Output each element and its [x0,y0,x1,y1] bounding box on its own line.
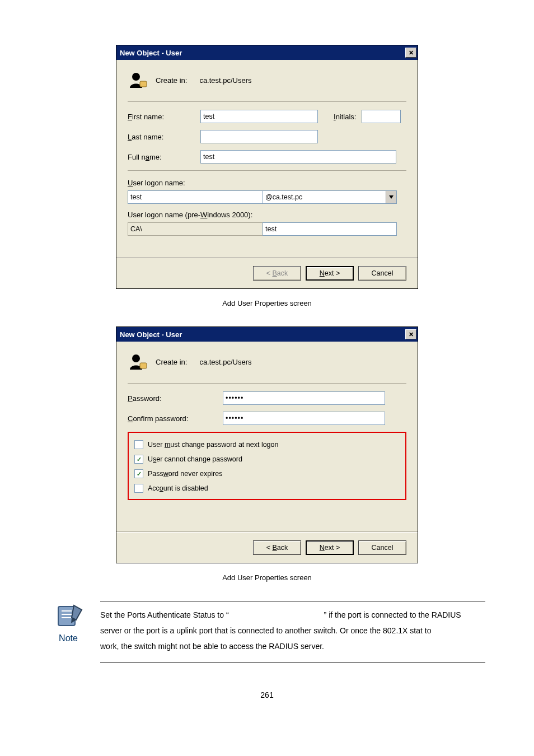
note-icon: Note [49,601,88,643]
create-in-label: Create in: [156,358,187,366]
back-button: < Back [253,266,301,281]
checkbox-disabled[interactable] [134,484,143,493]
svg-rect-3 [140,363,147,368]
full-name-input[interactable] [200,150,396,164]
checkbox-must-change[interactable] [134,440,143,449]
figure-caption-1: Add User Properties screen [0,299,534,307]
checkbox-cannot-change[interactable] [134,455,143,464]
opt-never-expires-label: Password never expires [148,470,222,478]
svg-point-2 [132,354,140,362]
first-name-label: First name: [128,113,200,121]
titlebar: New Object - User ✕ [116,327,418,342]
figure-caption-2: Add User Properties screen [0,573,534,582]
cancel-button[interactable]: Cancel [358,540,406,555]
new-user-dialog-1: New Object - User ✕ Create in: ca.test.p… [116,45,418,289]
dialog-title: New Object - User [120,49,405,57]
user-logon-name-input[interactable] [128,190,263,204]
user-logon-name-label: User logon name: [128,179,406,187]
next-button[interactable]: Next > [306,266,354,281]
user-logon-domain-value: @ca.test.pc [263,193,386,201]
last-name-input[interactable] [200,130,318,143]
close-icon[interactable]: ✕ [405,329,416,339]
last-name-label: Last name: [128,133,200,141]
initials-label: Initials: [334,113,356,121]
titlebar: New Object - User ✕ [116,45,418,60]
create-in-value: ca.test.pc/Users [199,76,251,85]
create-in-label: Create in: [156,76,187,85]
user-create-icon [128,352,148,372]
full-name-label: Full name: [128,153,200,161]
svg-rect-1 [140,81,147,87]
back-button[interactable]: < Back [253,540,301,555]
confirm-password-label: Confirm password: [128,414,223,423]
user-create-icon [128,70,148,90]
new-user-dialog-2: New Object - User ✕ Create in: ca.test.p… [116,326,418,563]
opt-cannot-change-label: User cannot change password [148,455,242,463]
dialog-title: New Object - User [120,330,405,339]
prewin-logon-input[interactable] [263,222,397,236]
first-name-input[interactable] [200,110,318,123]
note-block: Note Set the Ports Authenticate Status t… [49,601,485,662]
password-label: Password: [128,394,223,403]
cancel-button[interactable]: Cancel [358,266,406,281]
page-number: 261 [0,690,534,699]
close-icon[interactable]: ✕ [405,48,416,58]
svg-point-0 [132,73,140,81]
user-logon-domain-select[interactable]: @ca.test.pc [263,190,397,204]
password-options-highlight: User must change password at next logon … [128,432,406,500]
prewin-label: User logon name (pre-Windows 2000): [128,211,406,219]
opt-must-change-label: User must change password at next logon [148,441,278,449]
note-label: Note [49,633,88,643]
prewin-domain-readonly: CA\ [128,222,263,236]
confirm-password-input[interactable] [223,412,385,425]
note-text: Set the Ports Authenticate Status to “” … [100,601,485,662]
initials-input[interactable] [362,110,401,123]
next-button[interactable]: Next > [306,540,354,555]
chevron-down-icon [386,191,396,203]
checkbox-never-expires[interactable] [134,469,143,478]
create-in-value: ca.test.pc/Users [199,358,251,366]
password-input[interactable] [223,391,385,405]
opt-disabled-label: Account is disabled [148,484,208,492]
